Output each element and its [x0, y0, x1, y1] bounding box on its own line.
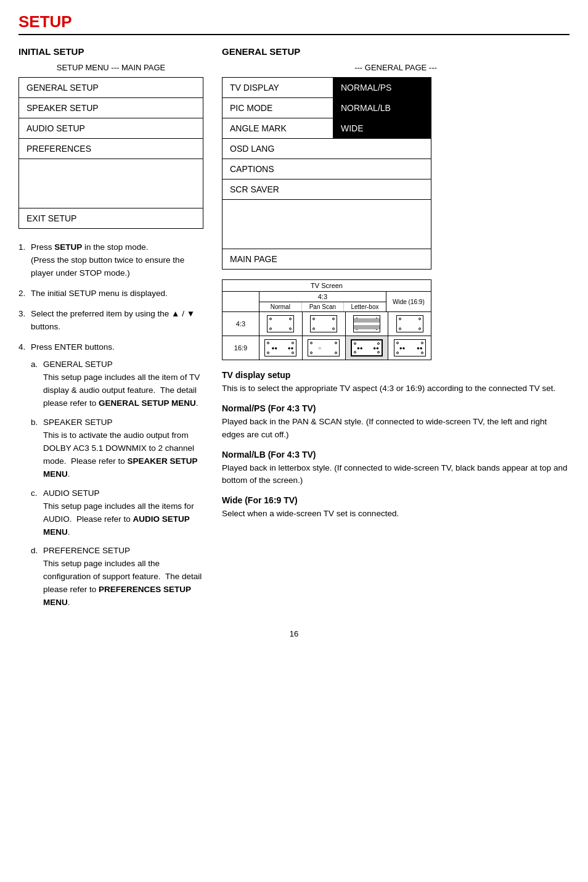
diagram-title: TV Screen — [223, 280, 431, 292]
desc-normal-lb: Normal/LB (For 4:3 TV) Played back in le… — [222, 450, 570, 487]
general-left-osdlang: OSD LANG — [223, 139, 431, 159]
general-row-captions[interactable]: CAPTIONS — [223, 159, 431, 179]
general-row-osdlang[interactable]: OSD LANG — [223, 139, 431, 159]
general-mainpage: MAIN PAGE — [223, 249, 285, 269]
general-setup-heading: GENERAL SETUP — [222, 46, 570, 57]
general-right-picmode: NORMAL/LB — [333, 98, 431, 118]
desc-normal-ps-body: Played back in the PAN & SCAN style. (If… — [222, 416, 570, 441]
title-divider — [18, 34, 570, 35]
diagram-label-43: 4:3 — [223, 312, 259, 336]
general-left-scrsaver: SCR SAVER — [223, 179, 431, 199]
general-row-mainpage[interactable]: MAIN PAGE — [223, 249, 431, 269]
step-2: 2. The initial SETUP menu is displayed. — [18, 287, 203, 300]
desc-tv-display: TV display setup This is to select the a… — [222, 370, 570, 395]
page-title: SETUP — [18, 12, 570, 31]
diagram-header-empty — [223, 292, 259, 311]
general-left-picmode: PIC MODE — [223, 98, 333, 118]
desc-tv-display-body: This is to select the appropriate TV asp… — [222, 382, 570, 395]
desc-normal-lb-body: Played back in letterbox style. (If conn… — [222, 462, 570, 487]
diagram-cell-169-letterbox: ●● ●● — [346, 336, 389, 360]
menu-item-preferences[interactable]: PREFERENCES — [19, 139, 203, 159]
desc-wide: Wide (For 16:9 TV) Select when a wide-sc… — [222, 495, 570, 520]
instructions: 1. Press SETUP in the stop mode. (Press … — [18, 241, 203, 609]
step-4: 4. Press ENTER buttons. a. GENERAL SETUP… — [18, 341, 203, 610]
diagram-row-43: 4:3 — [223, 312, 431, 336]
diagram-cell-43-normal — [259, 312, 303, 336]
general-left-anglemark: ANGLE MARK — [223, 118, 333, 138]
desc-normal-ps-title: Normal/PS (For 4:3 TV) — [222, 403, 570, 413]
general-setup-section: GENERAL SETUP --- GENERAL PAGE --- TV DI… — [222, 46, 570, 617]
diagram-sub-letterbox: Letter-box — [344, 302, 386, 311]
descriptions: TV display setup This is to select the a… — [222, 370, 570, 521]
step-1: 1. Press SETUP in the stop mode. (Press … — [18, 241, 203, 280]
initial-setup-subheading: SETUP MENU --- MAIN PAGE — [18, 63, 203, 72]
step-4b: b. SPEAKER SETUP This is to activate the… — [31, 416, 203, 481]
diagram-row-169: 16:9 ●● ●● ○ — [223, 336, 431, 360]
general-row-spacer — [223, 200, 431, 249]
desc-normal-lb-title: Normal/LB (For 4:3 TV) — [222, 450, 570, 460]
diagram-43-label: 4:3 — [259, 292, 386, 302]
diagram-sub-panscan: Pan Scan — [302, 302, 345, 311]
step-4a: a. GENERAL SETUP This setup page include… — [31, 358, 203, 410]
desc-tv-display-title: TV display setup — [222, 370, 570, 380]
diagram-label-169: 16:9 — [223, 336, 259, 360]
step-4d: d. PREFERENCE SETUP This setup page incl… — [31, 545, 203, 609]
step-1-sub: (Press the stop button twice to ensure t… — [31, 255, 184, 278]
diagram-cell-169-panscan: ○ — [303, 336, 346, 360]
general-menu: TV DISPLAY NORMAL/PS PIC MODE NORMAL/LB … — [222, 77, 431, 270]
menu-item-exit[interactable]: EXIT SETUP — [19, 208, 203, 228]
tv-screen-diagram: TV Screen 4:3 Normal Pan Scan Letter-box… — [222, 279, 431, 360]
desc-wide-title: Wide (For 16:9 TV) — [222, 495, 570, 505]
step-3: 3. Select the preferred item by using th… — [18, 308, 203, 334]
general-row-tvdisplay[interactable]: TV DISPLAY NORMAL/PS — [223, 78, 431, 98]
menu-item-spacer — [19, 159, 203, 208]
general-right-tvdisplay: NORMAL/PS — [333, 78, 431, 97]
initial-setup-menu: GENERAL SETUP SPEAKER SETUP AUDIO SETUP … — [18, 77, 203, 229]
menu-item-audio[interactable]: AUDIO SETUP — [19, 118, 203, 139]
diagram-cell-43-letterbox — [346, 312, 389, 336]
general-left-tvdisplay: TV DISPLAY — [223, 78, 333, 97]
general-right-anglemark: WIDE — [333, 118, 431, 138]
diagram-cell-169-normal: ●● ●● — [259, 336, 303, 360]
diagram-cell-169-wide: ●● ●● — [388, 336, 431, 360]
desc-normal-ps: Normal/PS (For 4:3 TV) Played back in th… — [222, 403, 570, 441]
general-setup-subheading: --- GENERAL PAGE --- — [222, 63, 570, 72]
desc-wide-body: Select when a wide-screen TV set is conn… — [222, 508, 570, 520]
general-row-scrsaver[interactable]: SCR SAVER — [223, 179, 431, 200]
diagram-43-block: 4:3 Normal Pan Scan Letter-box — [259, 292, 386, 311]
initial-setup-section: INITIAL SETUP SETUP MENU --- MAIN PAGE G… — [18, 46, 203, 617]
diagram-sub-normal: Normal — [259, 302, 302, 311]
menu-item-speaker[interactable]: SPEAKER SETUP — [19, 98, 203, 118]
general-row-anglemark[interactable]: ANGLE MARK WIDE — [223, 118, 431, 139]
diagram-header-row: 4:3 Normal Pan Scan Letter-box Wide (16:… — [223, 292, 431, 312]
initial-setup-heading: INITIAL SETUP — [18, 46, 203, 57]
general-row-picmode[interactable]: PIC MODE NORMAL/LB — [223, 98, 431, 118]
diagram-cell-43-panscan — [303, 312, 346, 336]
diagram-cell-43-wide — [388, 312, 431, 336]
diagram-sub-headers: Normal Pan Scan Letter-box — [259, 302, 386, 311]
page-number: 16 — [18, 629, 570, 638]
menu-item-general[interactable]: GENERAL SETUP — [19, 78, 203, 98]
general-left-captions: CAPTIONS — [223, 159, 431, 179]
diagram-wide-label: Wide (16:9) — [386, 292, 431, 311]
step-4c: c. AUDIO SETUP This setup page includes … — [31, 487, 203, 539]
